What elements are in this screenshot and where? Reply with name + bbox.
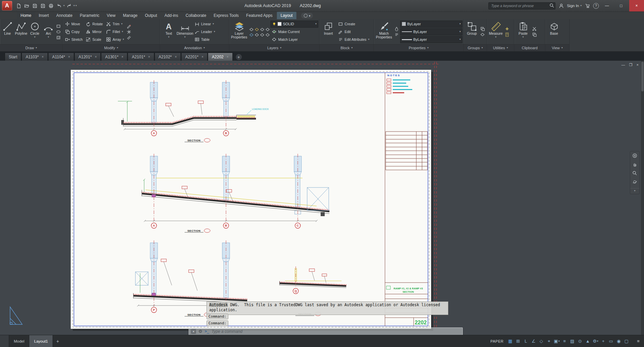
file-tab[interactable]: A1103*× <box>22 53 47 61</box>
edit-block-button[interactable]: Edit <box>337 28 371 36</box>
drawing-area[interactable]: .deck{stroke:#2e2e2e;stroke-width:5;fill… <box>0 61 644 335</box>
ribbon-tab-collaborate[interactable]: Collaborate <box>182 12 210 19</box>
search-input[interactable] <box>488 2 555 9</box>
selection-cycling-icon[interactable]: ⊙ <box>576 339 584 344</box>
ribbon-tab-parametric[interactable]: Parametric <box>76 12 103 19</box>
plot-icon[interactable] <box>47 2 55 9</box>
file-tab[interactable]: A1301*× <box>101 53 127 61</box>
new-layout-button[interactable]: + <box>53 335 62 347</box>
paste-button[interactable]: Paste▾ <box>515 20 531 44</box>
trim-button[interactable]: Trim▾ <box>105 20 125 28</box>
grid-display-icon[interactable]: ▦ <box>507 339 514 344</box>
ribbon-tab-insert[interactable]: Insert <box>35 12 53 19</box>
save-as-icon[interactable] <box>39 2 46 9</box>
group-button[interactable]: Group <box>465 20 479 44</box>
file-tab-start[interactable]: Start <box>5 53 21 61</box>
isometric-drafting-icon[interactable]: ◇ <box>538 339 545 344</box>
ribbon-tab-view[interactable]: View <box>103 12 119 19</box>
object-color-combo[interactable]: ByLayer▾ <box>400 21 462 28</box>
fillet-button[interactable]: Fillet▾ <box>105 28 125 36</box>
rectangle-icon[interactable] <box>56 23 61 29</box>
text-button[interactable]: AText▾ <box>161 20 176 44</box>
command-close-icon[interactable]: × <box>191 329 196 334</box>
copy-clip-icon[interactable] <box>532 32 537 37</box>
layer-isolate-icon[interactable] <box>254 27 260 32</box>
panel-label-view[interactable]: View▾ <box>545 44 569 51</box>
linear-button[interactable]: Linear▾ <box>193 20 217 28</box>
model-tab[interactable]: Model <box>9 335 29 347</box>
doc-restore-icon[interactable]: ❐ <box>629 63 633 67</box>
ribbon-tab-manage[interactable]: Manage <box>119 12 141 19</box>
id-point-icon[interactable] <box>504 26 510 32</box>
app-store-cart-icon[interactable] <box>584 2 591 9</box>
open-file-icon[interactable] <box>23 2 30 9</box>
file-tab-active[interactable]: A2202× <box>208 53 233 61</box>
copy-button[interactable]: Copy <box>64 28 84 36</box>
linetype-combo[interactable]: ByLayer▾ <box>400 28 462 35</box>
create-block-button[interactable]: Create <box>337 20 371 28</box>
transparency-drop-icon[interactable] <box>394 26 399 32</box>
application-menu-button[interactable]: A <box>2 1 12 10</box>
navigation-wheel-icon[interactable] <box>632 153 637 160</box>
file-tab[interactable]: A1201*× <box>74 53 101 61</box>
transparency-icon[interactable]: ▨ <box>569 339 576 344</box>
layer-unlock-icon[interactable] <box>265 32 270 38</box>
ribbon-tab-annotate[interactable]: Annotate <box>53 12 76 19</box>
new-file-icon[interactable] <box>15 2 22 9</box>
ribbon-tab-addins[interactable]: Add-ins <box>161 12 182 19</box>
edit-attributes-button[interactable]: Edit Attributes▾ <box>337 36 371 44</box>
lineweight-icon[interactable]: ≡ <box>561 339 568 344</box>
panel-label-properties[interactable]: Properties▾ <box>374 44 463 51</box>
leader-button[interactable]: Leader▾ <box>193 28 217 36</box>
erase-icon[interactable] <box>126 23 132 29</box>
customization-menu-icon[interactable]: ≡ <box>635 339 642 344</box>
close-icon[interactable]: × <box>95 55 97 59</box>
doc-minimize-icon[interactable]: — <box>621 63 625 67</box>
mirror-button[interactable]: Mirror <box>85 28 104 36</box>
isolate-objects-icon[interactable]: ◉ <box>615 339 622 344</box>
layer-select-combo[interactable]: SOLID ▾ <box>270 21 318 28</box>
layout1-tab[interactable]: Layout1 <box>29 335 53 347</box>
panel-label-modify[interactable]: Modify▾ <box>63 44 160 51</box>
stretch-button[interactable]: Stretch <box>64 36 84 44</box>
layer-unisolate-icon[interactable] <box>254 32 260 38</box>
maximize-button[interactable]: □ <box>615 0 627 11</box>
annotation-monitor-icon[interactable]: + <box>600 339 607 344</box>
match-properties-button[interactable]: Match Properties <box>375 20 393 44</box>
layer-lock-icon[interactable] <box>265 27 270 32</box>
panel-label-clipboard[interactable]: Clipboard <box>514 44 545 51</box>
move-button[interactable]: Move <box>64 20 84 28</box>
user-icon[interactable] <box>557 2 565 9</box>
paper-model-toggle[interactable]: PAPER <box>490 339 504 343</box>
ortho-mode-icon[interactable]: L <box>522 339 529 344</box>
file-tab[interactable]: A2102*× <box>155 53 181 61</box>
undo-icon[interactable] <box>55 2 63 9</box>
ribbon-tab-layout[interactable]: Layout <box>277 12 296 19</box>
navbar-menu-icon[interactable]: ▾ <box>630 188 639 192</box>
polyline-button[interactable]: Polyline <box>15 20 28 44</box>
zoom-icon[interactable] <box>632 171 637 177</box>
offset-icon[interactable] <box>126 35 132 40</box>
close-icon[interactable]: × <box>122 55 124 59</box>
search-icon[interactable] <box>548 2 555 9</box>
command-customize-icon[interactable]: ⚙ <box>198 329 202 334</box>
orbit-icon[interactable] <box>632 179 637 186</box>
doc-close-icon[interactable]: × <box>637 63 639 67</box>
close-icon[interactable]: × <box>175 55 177 59</box>
help-icon[interactable]: ? <box>593 3 599 9</box>
panel-label-draw[interactable]: Draw▾ <box>0 44 62 51</box>
lineweight-combo[interactable]: ByLayer▾ <box>400 36 462 43</box>
polar-tracking-icon[interactable]: ∠ <box>530 339 537 344</box>
base-view-button[interactable]: Base <box>546 20 562 44</box>
close-button[interactable]: × <box>629 0 644 11</box>
panel-label-groups[interactable]: Groups▾ <box>464 44 487 51</box>
cut-icon[interactable] <box>532 26 537 32</box>
ribbon-display-cycle-button[interactable]: ▾ <box>301 13 313 19</box>
command-input[interactable]: Type a command <box>212 329 243 334</box>
ribbon-tab-featured-apps[interactable]: Featured Apps <box>243 12 276 19</box>
match-layer-button[interactable]: Match Layer <box>270 36 318 44</box>
close-icon[interactable]: × <box>68 55 70 59</box>
ungroup-icon[interactable] <box>480 26 485 32</box>
pan-icon[interactable] <box>632 162 637 168</box>
snap-mode-icon[interactable]: ⊞ <box>514 339 522 344</box>
